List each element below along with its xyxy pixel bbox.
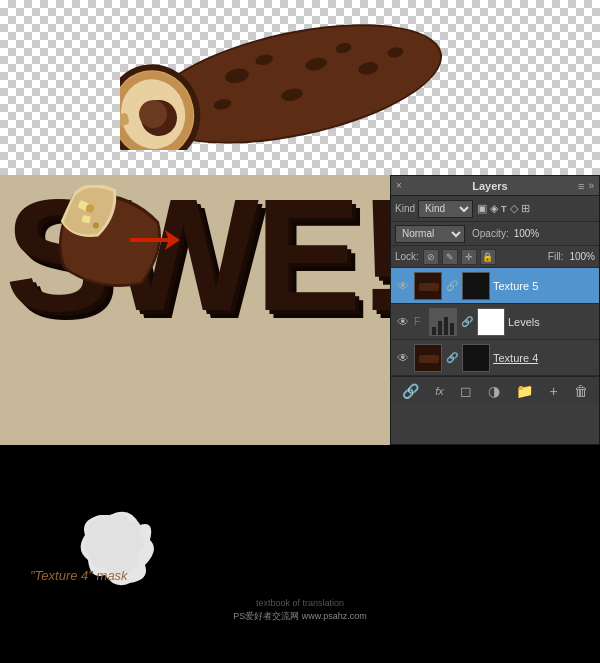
filter-smart-icon[interactable]: ⊞ bbox=[521, 202, 530, 215]
new-layer-icon[interactable]: + bbox=[550, 383, 558, 399]
layer-mask-levels bbox=[477, 308, 505, 336]
svg-rect-23 bbox=[419, 283, 439, 291]
layer-thumb-texture5 bbox=[414, 272, 442, 300]
panel-close-icon[interactable]: × bbox=[396, 180, 402, 191]
layer-item-texture5[interactable]: 👁 🔗 Texture 5 bbox=[391, 268, 599, 304]
layer-visibility-texture4[interactable]: 👁 bbox=[395, 350, 411, 366]
fill-label: Fill: bbox=[548, 251, 564, 262]
opacity-value: 100% bbox=[514, 228, 540, 239]
svg-rect-24 bbox=[463, 273, 490, 300]
filter-kind-label: Kind bbox=[395, 203, 415, 214]
svg-rect-18 bbox=[82, 215, 91, 223]
layer-link-texture5[interactable]: 🔗 bbox=[445, 279, 459, 293]
opacity-label: Opacity: bbox=[472, 228, 509, 239]
mask-white-shape bbox=[70, 495, 170, 605]
chocolate-bar-image bbox=[120, 20, 460, 150]
layers-filter-row: Kind Kind ▣ ◈ T ◇ ⊞ bbox=[391, 196, 599, 222]
panel-header-icons: ≡ » bbox=[578, 180, 594, 192]
lock-icons-group: ⊘ ✎ ✛ 🔒 bbox=[423, 249, 496, 265]
filter-pixel-icon[interactable]: ▣ bbox=[477, 202, 487, 215]
fill-value: 100% bbox=[569, 251, 595, 262]
layer-name-texture4: Texture 4 bbox=[493, 352, 595, 364]
adjustment-icon[interactable]: ◑ bbox=[488, 383, 500, 399]
layers-blend-row: Normal Multiply Screen Overlay Opacity: … bbox=[391, 222, 599, 246]
layer-visibility-texture5[interactable]: 👁 bbox=[395, 278, 411, 294]
filter-adjust-icon[interactable]: ◈ bbox=[490, 202, 498, 215]
filter-shape-icon[interactable]: ◇ bbox=[510, 202, 518, 215]
lock-transparent-btn[interactable]: ⊘ bbox=[423, 249, 439, 265]
layer-name-texture5: Texture 5 bbox=[493, 280, 595, 292]
layer-link-levels[interactable]: 🔗 bbox=[460, 315, 474, 329]
layers-panel-title: Layers bbox=[472, 180, 507, 192]
fx-icon[interactable]: fx bbox=[435, 385, 444, 397]
layers-bottom-toolbar: 🔗 fx ◻ ◑ 📁 + 🗑 bbox=[391, 376, 599, 404]
svg-marker-21 bbox=[130, 230, 180, 250]
filter-icons-group: ▣ ◈ T ◇ ⊞ bbox=[477, 202, 530, 215]
lock-paint-btn[interactable]: ✎ bbox=[442, 249, 458, 265]
layer-mask-texture4 bbox=[462, 344, 490, 372]
red-arrow bbox=[130, 225, 180, 255]
layer-name-levels: Levels bbox=[508, 316, 595, 328]
svg-rect-30 bbox=[478, 309, 505, 336]
svg-rect-28 bbox=[444, 317, 448, 335]
svg-rect-26 bbox=[432, 327, 436, 335]
watermark-site: PS爱好者交流网 www.psahz.com bbox=[233, 610, 367, 623]
filter-kind-select[interactable]: Kind bbox=[418, 200, 473, 218]
svg-rect-27 bbox=[438, 321, 442, 335]
link-icon[interactable]: 🔗 bbox=[402, 383, 419, 399]
layer-item-levels[interactable]: 👁 F 🔗 Levels bbox=[391, 304, 599, 340]
layer-mask-texture5 bbox=[462, 272, 490, 300]
layers-panel: × Layers ≡ » Kind Kind ▣ ◈ T ◇ ⊞ No bbox=[390, 175, 600, 445]
svg-rect-29 bbox=[450, 323, 454, 335]
bottom-mask-area: "Texture 4" mask textbook of translation… bbox=[0, 445, 600, 663]
filter-type-icon[interactable]: T bbox=[501, 204, 507, 214]
mask-icon[interactable]: ◻ bbox=[460, 383, 472, 399]
layer-visibility-levels[interactable]: 👁 bbox=[395, 314, 411, 330]
layer-item-texture4[interactable]: 👁 🔗 Texture 4 bbox=[391, 340, 599, 376]
folder-icon[interactable]: 📁 bbox=[516, 383, 533, 399]
lock-label: Lock: bbox=[395, 251, 419, 262]
mask-label: "Texture 4" mask bbox=[30, 568, 128, 583]
layers-lock-row: Lock: ⊘ ✎ ✛ 🔒 Fill: 100% bbox=[391, 246, 599, 268]
lock-all-btn[interactable]: 🔒 bbox=[480, 249, 496, 265]
layer-link-texture4[interactable]: 🔗 bbox=[445, 351, 459, 365]
layer-thumb-texture4 bbox=[414, 344, 442, 372]
lock-position-btn[interactable]: ✛ bbox=[461, 249, 477, 265]
layers-panel-titlebar: × Layers ≡ » bbox=[391, 176, 599, 196]
layer-extra-levels: F bbox=[414, 316, 426, 327]
panel-menu-icon[interactable]: ≡ bbox=[578, 180, 584, 192]
middle-canvas-area: SWE! × Layers ≡ » bbox=[0, 175, 600, 445]
delete-icon[interactable]: 🗑 bbox=[574, 383, 588, 399]
watermark-text: textbook of translation bbox=[256, 598, 344, 608]
svg-rect-32 bbox=[419, 355, 439, 363]
top-canvas-area bbox=[0, 0, 600, 175]
layer-thumb-levels bbox=[429, 308, 457, 336]
blend-mode-select[interactable]: Normal Multiply Screen Overlay bbox=[395, 225, 465, 243]
panel-expand-icon[interactable]: » bbox=[588, 180, 594, 191]
svg-rect-33 bbox=[463, 345, 490, 372]
